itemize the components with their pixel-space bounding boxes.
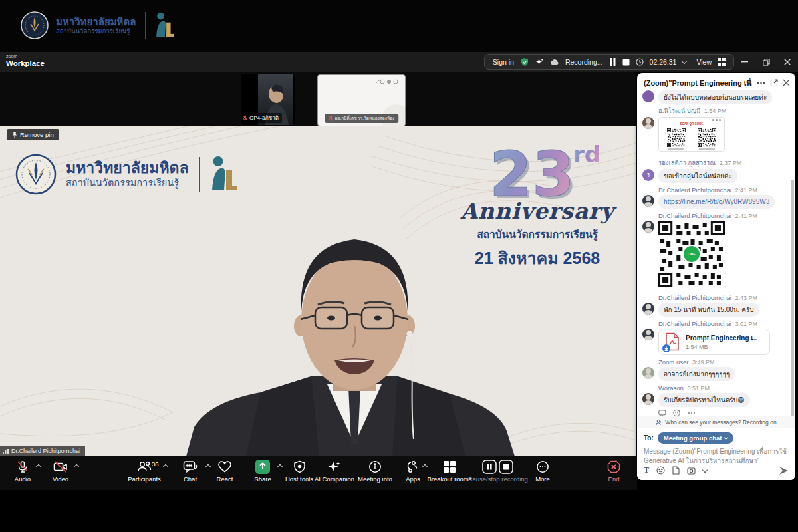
screenshot-icon[interactable]: [687, 467, 696, 475]
message-sender: Dr.Chailerd Pichitpornchai 2:41 PM: [658, 186, 789, 194]
chat-more-icon[interactable]: [757, 82, 765, 84]
video-thumbnail-1[interactable]: GP4-อภิชาติ: [241, 74, 295, 125]
send-to-chevron-icon: [724, 435, 728, 440]
message-input[interactable]: Message (Zoom)"Prompt Engineering เพื่อก…: [637, 444, 795, 466]
avatar: [642, 117, 654, 129]
message-time: 2:41 PM: [735, 187, 757, 194]
more-button[interactable]: More: [506, 460, 579, 483]
chat-message[interactable]: Prompt Engineering เ... 1.54 MB: [642, 329, 789, 355]
line-qr-attachment[interactable]: LINE: [658, 221, 725, 287]
camera-muted-icon: [24, 460, 97, 474]
view-button[interactable]: View: [696, 58, 712, 66]
chat-message[interactable]: อาจารย์เก่งมากๆๆๆๆๆๆ: [642, 367, 789, 381]
message-time: 2:43 PM: [735, 295, 757, 301]
chat-message[interactable]: ร ขอเข้ากลุ่มไลน์หน่อยค่ะ: [642, 169, 789, 183]
message-time: 3:01 PM: [735, 321, 757, 327]
slide-org-text: มหาวิทยาลัยมหิดล สถาบันนวัตกรรมการเรียนร…: [66, 159, 189, 190]
close-window-button[interactable]: [777, 52, 798, 72]
file-attachment[interactable]: Prompt Engineering เ... 1.54 MB: [658, 329, 770, 355]
zoom-titlebar: zoom Workplace Sign in Recording...: [0, 52, 798, 72]
pinned-speaker-video: มหาวิทยาลัยมหิดล สถาบันนวัตกรรมการเรียนร…: [0, 126, 636, 456]
anniversary-block: 23 23 rd Anniversary สถาบันนวัตกรรมการเร…: [448, 137, 626, 271]
chat-message[interactable]: ยังไม่ได้แบบทดสอบก่อนอบรมเลยค่ะ: [642, 90, 789, 104]
compose-more-chevron-icon[interactable]: [702, 467, 708, 472]
to-label: To:: [644, 434, 654, 442]
sender-name: Zoom user: [658, 358, 688, 366]
meeting-toolbar: Audio Video Participants 36: [0, 456, 637, 490]
speaker-name-label: Dr.Chailerd Pichitpornchai: [0, 446, 85, 456]
mahidol-emblem-icon: [15, 153, 57, 196]
chat-message[interactable]: SCAN QR CODE: [642, 117, 789, 152]
qr-image-attachment[interactable]: SCAN QR CODE: [658, 117, 725, 152]
privacy-notice[interactable]: Who can see your messages? Recording on: [637, 416, 795, 428]
recording-stop-button[interactable]: [622, 59, 630, 66]
more-actions-icon[interactable]: [688, 412, 696, 414]
pin-icon: [12, 132, 17, 138]
minimize-button[interactable]: [734, 52, 755, 72]
chat-message[interactable]: https://line.me/R/ti/g/Wy8RW895W3: [642, 195, 789, 209]
view-grid-icon[interactable]: [718, 58, 726, 66]
sender-name: Dr.Chailerd Pichitpornchai: [658, 186, 732, 194]
message-sender: อ.นิโรฒน์ บุญมี 1:54 PM: [658, 106, 789, 116]
avatar: [642, 303, 654, 315]
recording-pause-button[interactable]: [609, 58, 616, 66]
window-controls: [734, 52, 798, 72]
line-group-link[interactable]: https://line.me/R/ti/g/Wy8RW895W3: [664, 198, 769, 205]
anniversary-org: สถาบันนวัตกรรมการเรียนรู้: [448, 226, 626, 243]
format-text-icon[interactable]: T: [644, 466, 649, 475]
chat-message[interactable]: พัก 15 นาที พบกัน 15.00น. ครับ: [642, 303, 789, 317]
file-meta: Prompt Engineering เ... 1.54 MB: [686, 333, 757, 350]
chat-popout-icon[interactable]: [770, 79, 778, 87]
banner-divider: [145, 12, 146, 39]
pdf-file-icon: [664, 332, 680, 351]
avatar: [642, 367, 654, 379]
send-to-row: To: Meeting group chat: [637, 428, 795, 444]
shield-check-icon[interactable]: [520, 57, 529, 66]
chat-scrollbar[interactable]: [791, 180, 794, 429]
banner-org-text: มหาวิทยาลัยมหิดล สถาบันนวัตกรรมการเรียนร…: [56, 16, 136, 35]
chat-message[interactable]: รับเกียรติบัตรทางไหนครับ😀: [642, 393, 789, 407]
message-sender: Worason 3:51 PM: [658, 384, 789, 392]
workplace-wordmark: Workplace: [6, 59, 45, 68]
message-bubble: รับเกียรติบัตรทางไหนครับ😀: [658, 393, 750, 407]
avatar: [642, 90, 654, 102]
send-message-icon[interactable]: [779, 466, 789, 475]
file-size: 1.54 MB: [686, 344, 757, 350]
avatar: [642, 329, 654, 340]
more-label: More: [506, 475, 579, 483]
chat-message-list[interactable]: ยังไม่ได้แบบทดสอบก่อนอบรมเลยค่ะ อ.นิโรฒน…: [637, 90, 795, 422]
chat-close-icon[interactable]: [783, 79, 790, 86]
sender-name: Dr.Chailerd Pichitpornchai: [658, 320, 732, 327]
message-bubble: https://line.me/R/ti/g/Wy8RW895W3: [658, 195, 775, 209]
timer-chevron-down-icon[interactable]: [682, 59, 687, 64]
sender-name: Worason: [658, 384, 684, 392]
restore-button[interactable]: [755, 52, 777, 72]
sender-name: Dr.Chailerd Pichitpornchai: [658, 212, 732, 219]
attach-file-icon[interactable]: [672, 466, 680, 475]
send-to-selector[interactable]: Meeting group chat: [658, 432, 734, 444]
message-sender: Dr.Chailerd Pichitpornchai 2:41 PM: [658, 212, 789, 219]
message-bubble: ขอเข้ากลุ่มไลน์หน่อยค่ะ: [658, 169, 737, 183]
video-button[interactable]: Video: [24, 460, 97, 483]
file-name: Prompt Engineering เ...: [686, 333, 757, 343]
ai-sparkle-icon[interactable]: [535, 58, 544, 66]
chat-message[interactable]: LINE: [642, 221, 789, 287]
remove-pin-button[interactable]: Remove pin: [7, 129, 59, 140]
message-time: 3:49 PM: [692, 359, 715, 366]
remove-pin-label: Remove pin: [20, 131, 54, 138]
compose-toolbar: T: [644, 466, 789, 475]
message-time: 1:54 PM: [704, 108, 727, 114]
thumbnail-1-name: GP4-อภิชาติ: [249, 114, 279, 122]
zoom-meeting-window: มหาวิทยาลัยมหิดล สถาบันนวัตกรรมการเรียนร…: [0, 0, 798, 532]
message-sender: Dr.Chailerd Pichitpornchai 3:01 PM: [658, 320, 789, 327]
emoji-icon[interactable]: [656, 466, 665, 475]
qr-card-caption: SCAN QR CODE: [659, 122, 724, 126]
timer-clock-icon: [636, 58, 644, 66]
thumbnail-1-name-label: GP4-อภิชาติ: [241, 113, 282, 123]
sign-in-button[interactable]: Sign in: [493, 58, 514, 66]
video-thumbnail-2[interactable]: ผอ.กษิดิ์เดช รร.วัดหนองสองห้อง: [317, 74, 406, 126]
il-logo-icon: [210, 154, 238, 195]
message-time: 2:41 PM: [735, 213, 757, 219]
chat-title: (Zoom)"Prompt Engineering เพื่อการใช้ Ge…: [644, 77, 752, 89]
send-to-target: Meeting group chat: [664, 434, 722, 442]
